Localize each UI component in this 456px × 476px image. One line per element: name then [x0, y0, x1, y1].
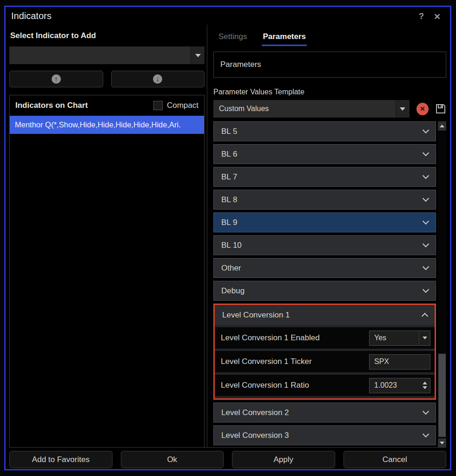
section-label: BL 6	[221, 150, 423, 159]
section-bl-10[interactable]: BL 10	[213, 235, 436, 255]
triangle-down-icon	[423, 386, 427, 389]
spinner-buttons[interactable]	[419, 378, 430, 393]
chevron-up-icon	[422, 313, 428, 319]
section-level-conversion-2[interactable]: Level Conversion 2	[213, 403, 436, 423]
sections-list: BL 5BL 6BL 7BL 8BL 9BL 10OtherDebugLevel…	[213, 121, 436, 448]
section-level-conversion-3[interactable]: Level Conversion 3	[213, 425, 436, 445]
param-row: Level Conversion 1 EnabledYes	[215, 327, 435, 349]
move-up-button[interactable]: ↑	[9, 71, 103, 87]
parameter-name-box: Parameters	[213, 52, 446, 78]
section-label: BL 8	[221, 195, 423, 205]
button-cancel[interactable]: Cancel	[344, 451, 447, 468]
scroll-up-button[interactable]	[438, 121, 446, 131]
section-bl-5[interactable]: BL 5	[213, 121, 436, 141]
chevron-down-icon	[423, 195, 429, 202]
help-icon[interactable]: ?	[419, 12, 424, 21]
section-level-conversion-1[interactable]: Level Conversion 1	[215, 305, 435, 325]
indicator-list-item[interactable]: Menthor Q(*,Show,Hide,Hide,Hide,Hide,Hid…	[10, 116, 204, 134]
param-value: 1.0023	[370, 381, 419, 390]
section-params: Level Conversion 1 EnabledYesLevel Conve…	[215, 325, 435, 398]
chevron-down-icon	[423, 172, 429, 179]
indicators-on-chart-label: Indicators on Chart	[15, 101, 153, 110]
right-panel: SettingsParameters Parameters Parameter …	[213, 27, 446, 448]
combobox-dropdown-button[interactable]	[191, 46, 205, 64]
panel-divider	[207, 25, 207, 448]
chevron-down-icon	[423, 241, 429, 247]
scroll-down-button[interactable]	[438, 438, 446, 448]
left-panel: Select Indicator to Add ↑ ↓ Indicators o…	[9, 27, 205, 448]
indicators-list: Menthor Q(*,Show,Hide,Hide,Hide,Hide,Hid…	[10, 116, 204, 447]
tab-parameters[interactable]: Parameters	[262, 31, 307, 46]
move-down-button[interactable]: ↓	[111, 71, 205, 87]
triangle-up-icon	[423, 382, 427, 384]
button-add-to-favorites[interactable]: Add to Favorites	[9, 451, 112, 468]
section-label: BL 9	[221, 218, 423, 227]
section-label: BL 10	[221, 241, 423, 250]
indicators-dialog: Indicators ? ✕ Select Indicator to Add ↑…	[4, 6, 451, 470]
delete-template-button[interactable]: ✕	[416, 103, 429, 115]
section-label: Level Conversion 2	[221, 408, 423, 417]
chevron-down-icon	[400, 107, 405, 111]
dialog-title: Indicators	[11, 11, 52, 21]
tab-bar: SettingsParameters	[218, 31, 446, 46]
chevron-down-icon	[423, 218, 429, 225]
arrow-up-icon: ↑	[52, 74, 61, 84]
button-apply[interactable]: Apply	[232, 451, 335, 468]
template-row: Custom Values ✕	[213, 100, 446, 118]
section-label: BL 5	[221, 127, 423, 136]
button-ok[interactable]: Ok	[121, 451, 224, 468]
scrollbar-thumb[interactable]	[438, 354, 446, 437]
section-label: BL 7	[221, 172, 423, 182]
indicator-select-combobox[interactable]	[9, 46, 205, 64]
chevron-down-icon	[423, 264, 429, 270]
param-row: Level Conversion 1 TickerSPX	[215, 351, 435, 372]
template-label: Parameter Values Template	[213, 88, 446, 96]
param-dropdown-button[interactable]	[419, 331, 430, 345]
param-label: Level Conversion 1 Ratio	[221, 381, 369, 390]
chevron-down-icon	[195, 54, 201, 57]
section-label: Level Conversion 3	[221, 431, 423, 440]
chevron-down-icon	[423, 127, 429, 133]
compact-label: Compact	[167, 101, 198, 110]
param-label: Level Conversion 1 Enabled	[221, 333, 369, 343]
param-spinner-field[interactable]: 1.0023	[369, 378, 430, 393]
param-dropdown-field[interactable]: Yes	[369, 331, 430, 346]
reorder-buttons: ↑ ↓	[9, 71, 205, 87]
template-combobox[interactable]: Custom Values	[213, 100, 410, 118]
save-icon	[435, 103, 446, 114]
footer: Add to FavoritesOkApplyCancel	[9, 447, 446, 468]
param-text-field[interactable]: SPX	[369, 354, 430, 370]
select-indicator-label: Select Indicator to Add	[10, 31, 205, 40]
compact-checkbox[interactable]	[153, 101, 163, 110]
indicator-select-value	[9, 46, 191, 64]
chevron-down-icon	[423, 286, 429, 293]
section-other[interactable]: Other	[213, 258, 436, 278]
template-dropdown-button[interactable]	[396, 100, 410, 118]
scrollbar-track[interactable]	[438, 131, 446, 438]
close-icon[interactable]: ✕	[434, 12, 441, 22]
param-value: Yes	[370, 334, 419, 342]
save-template-button[interactable]	[435, 103, 446, 114]
chevron-down-icon	[423, 337, 427, 339]
section-bl-9[interactable]: BL 9	[213, 212, 436, 232]
indicators-on-chart-box: Indicators on Chart Compact Menthor Q(*,…	[9, 95, 205, 448]
section-debug[interactable]: Debug	[213, 281, 436, 301]
param-label: Level Conversion 1 Ticker	[221, 357, 369, 366]
section-group-level-conversion-1: Level Conversion 1Level Conversion 1 Ena…	[213, 304, 436, 400]
section-bl-8[interactable]: BL 8	[213, 190, 436, 210]
template-value: Custom Values	[213, 100, 396, 118]
scrollbar[interactable]	[438, 121, 446, 448]
delete-x-icon: ✕	[420, 105, 425, 112]
section-bl-7[interactable]: BL 7	[213, 167, 436, 187]
chevron-down-icon	[423, 150, 429, 156]
list-header: Indicators on Chart Compact	[10, 95, 204, 116]
param-value: SPX	[370, 357, 430, 366]
chevron-down-icon	[423, 431, 429, 437]
triangle-up-icon	[440, 125, 444, 127]
parameter-sections-area: BL 5BL 6BL 7BL 8BL 9BL 10OtherDebugLevel…	[213, 121, 446, 448]
param-row: Level Conversion 1 Ratio1.0023	[215, 375, 435, 396]
arrow-down-icon: ↓	[153, 74, 162, 84]
tab-settings[interactable]: Settings	[218, 31, 248, 46]
triangle-down-icon	[440, 442, 444, 444]
section-bl-6[interactable]: BL 6	[213, 144, 436, 164]
